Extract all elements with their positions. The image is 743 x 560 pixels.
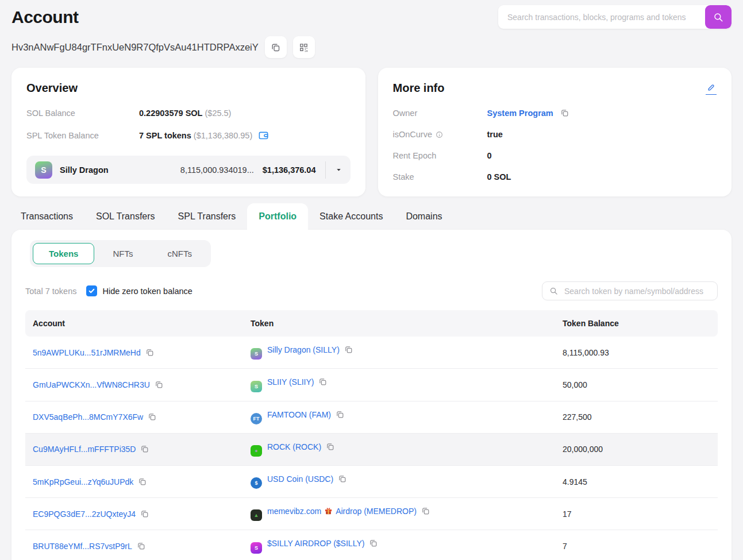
- copy-icon[interactable]: [344, 345, 353, 354]
- hide-zero-checkbox[interactable]: [86, 285, 97, 296]
- is-on-curve-row: isOnCurve true: [393, 130, 717, 139]
- hide-zero-label: Hide zero token balance: [102, 287, 192, 296]
- tab-spl-transfers[interactable]: SPL Transfers: [167, 203, 248, 230]
- divider: [325, 161, 326, 179]
- copy-icon[interactable]: [369, 539, 378, 547]
- token-link[interactable]: FAMTOON (FAM): [267, 410, 331, 419]
- account-address-link[interactable]: DXV5aqBePh...8MCmY7X6Fw: [33, 412, 143, 422]
- tab-stake-accounts[interactable]: Stake Accounts: [308, 203, 394, 230]
- total-tokens-text: Total 7 tokens: [25, 287, 76, 296]
- account-address: Hv3nANwFgU84grTFnxUeN9R7QfpVsAu41HTDRPAx…: [11, 42, 259, 53]
- copy-icon[interactable]: [326, 442, 334, 451]
- stake-value: 0 SOL: [487, 172, 511, 181]
- spl-balance-usd: ($1,136,380.95): [194, 131, 252, 140]
- sol-balance-value: 0.22903579 SOL: [139, 109, 202, 118]
- token-link[interactable]: USD Coin (USDC): [267, 474, 333, 484]
- account-address-link[interactable]: GmUaPWCKXn...VfWN8CHR3U: [33, 380, 150, 389]
- account-address-link[interactable]: BRUT88eYMf...RS7vstP9rL: [33, 542, 132, 551]
- silly-dragon-token-icon: S: [251, 348, 262, 360]
- account-address-link[interactable]: Cu9MAyHFLf...mFFFTPi35D: [33, 445, 136, 454]
- page-title: Account: [11, 7, 79, 27]
- token-balance: 227,500: [555, 401, 718, 433]
- copy-icon[interactable]: [155, 380, 163, 389]
- table-row: EC9PQG3dE7...2zUQxteyJ4 ▲memevibz.comAir…: [25, 498, 718, 530]
- token-link[interactable]: $SILLY AIRDROP ($SILLY): [267, 539, 364, 549]
- table-row: BRUT88eYMf...RS7vstP9rL S$SILLY AIRDROP …: [25, 530, 718, 560]
- global-search-input[interactable]: [498, 13, 705, 22]
- account-address-link[interactable]: 5n9AWPLUKu...51rJMRMeHd: [33, 348, 141, 357]
- copy-address-button[interactable]: [265, 36, 287, 58]
- token-search-input[interactable]: [563, 286, 710, 296]
- sol-balance-row: SOL Balance 0.22903579 SOL ($25.5): [26, 109, 351, 118]
- table-header-row: Account Token Token Balance: [25, 310, 718, 337]
- subtab-nfts[interactable]: NFTs: [97, 243, 149, 264]
- column-header-account: Account: [25, 310, 243, 337]
- token-selector-amount: 8,115,000.934019...: [180, 165, 254, 175]
- overview-card: Overview SOL Balance 0.22903579 SOL ($25…: [11, 68, 365, 196]
- table-row: 5mKpRpGeui...zYq6uJUPdk $USD Coin (USDC)…: [25, 466, 718, 498]
- search-icon: [713, 12, 723, 22]
- token-link[interactable]: SLIIY (SLIIY): [267, 378, 314, 387]
- table-row: GmUaPWCKXn...VfWN8CHR3U SSLIIY (SLIIY) 5…: [25, 369, 718, 401]
- search-icon: [549, 287, 558, 295]
- rent-epoch-row: Rent Epoch 0: [393, 151, 717, 160]
- copy-icon[interactable]: [560, 109, 569, 117]
- table-row: 5n9AWPLUKu...51rJMRMeHd SSilly Dragon (S…: [25, 337, 718, 369]
- memedrop-token-icon: ▲: [251, 509, 262, 521]
- tab-domains[interactable]: Domains: [394, 203, 453, 230]
- token-link[interactable]: Silly Dragon (SILLY): [267, 345, 340, 354]
- copy-icon[interactable]: [138, 477, 147, 486]
- token-balance: 50,000: [555, 369, 718, 401]
- copy-icon[interactable]: [148, 412, 156, 421]
- page-header: Account: [0, 0, 743, 29]
- sol-balance-label: SOL Balance: [26, 109, 139, 118]
- tab-transactions[interactable]: Transactions: [9, 203, 84, 230]
- token-balance: 8,115,000.93: [555, 337, 718, 369]
- main-tabs: Transactions SOL Transfers SPL Transfers…: [0, 203, 743, 230]
- copy-icon[interactable]: [140, 445, 149, 453]
- copy-icon[interactable]: [140, 509, 149, 518]
- copy-icon[interactable]: [137, 542, 145, 550]
- rock-token-icon: ●: [251, 445, 262, 457]
- column-header-token-balance: Token Balance: [555, 310, 718, 337]
- filter-row: Total 7 tokens Hide zero token balance: [25, 281, 718, 300]
- global-search-button[interactable]: [705, 5, 732, 29]
- owner-row: Owner System Program: [393, 109, 717, 118]
- token-link[interactable]: ROCK (ROCK): [267, 442, 321, 451]
- copy-icon[interactable]: [318, 377, 327, 386]
- token-link[interactable]: memevibz.comAirdrop (MEMEDROP): [267, 507, 417, 516]
- account-address-link[interactable]: EC9PQG3dE7...2zUQxteyJ4: [33, 509, 136, 519]
- tab-sol-transfers[interactable]: SOL Transfers: [84, 203, 167, 230]
- more-info-title: More info: [393, 82, 445, 95]
- subtab-cnfts[interactable]: cNFTs: [151, 243, 208, 264]
- token-balance: 4.9145: [555, 466, 718, 498]
- global-search-bar: [498, 5, 732, 29]
- wallet-icon[interactable]: [258, 130, 269, 141]
- copy-icon[interactable]: [421, 507, 430, 515]
- tokens-table: Account Token Token Balance 5n9AWPLUKu..…: [25, 310, 718, 560]
- tab-portfolio[interactable]: Portfolio: [247, 203, 308, 230]
- token-selector-dropdown[interactable]: S Silly Dragon 8,115,000.934019... $1,13…: [26, 156, 351, 184]
- is-on-curve-label: isOnCurve: [393, 130, 433, 139]
- account-address-row: Hv3nANwFgU84grTFnxUeN9R7QfpVsAu41HTDRPAx…: [0, 29, 743, 58]
- edit-button[interactable]: [706, 82, 717, 95]
- stake-label: Stake: [393, 172, 487, 181]
- token-balance: 17: [555, 498, 718, 530]
- token-selector-name: Silly Dragon: [60, 165, 109, 175]
- copy-icon[interactable]: [145, 348, 154, 357]
- copy-icon[interactable]: [338, 474, 347, 483]
- owner-link[interactable]: System Program: [487, 109, 553, 118]
- copy-icon[interactable]: [336, 410, 344, 419]
- qr-code-button[interactable]: [293, 36, 315, 58]
- info-icon[interactable]: [436, 131, 443, 138]
- portfolio-panel: Tokens NFTs cNFTs Total 7 tokens Hide ze…: [11, 230, 732, 560]
- rent-epoch-label: Rent Epoch: [393, 151, 487, 160]
- token-balance: 20,000,000: [555, 433, 718, 465]
- column-header-token: Token: [243, 310, 555, 337]
- account-address-link[interactable]: 5mKpRpGeui...zYq6uJUPdk: [33, 477, 133, 486]
- silly-airdrop-token-icon: S: [251, 542, 262, 554]
- sol-balance-usd: ($25.5): [205, 109, 231, 118]
- subtab-tokens[interactable]: Tokens: [33, 243, 94, 264]
- usdc-token-icon: $: [251, 477, 262, 489]
- portfolio-subtabs: Tokens NFTs cNFTs: [30, 240, 211, 267]
